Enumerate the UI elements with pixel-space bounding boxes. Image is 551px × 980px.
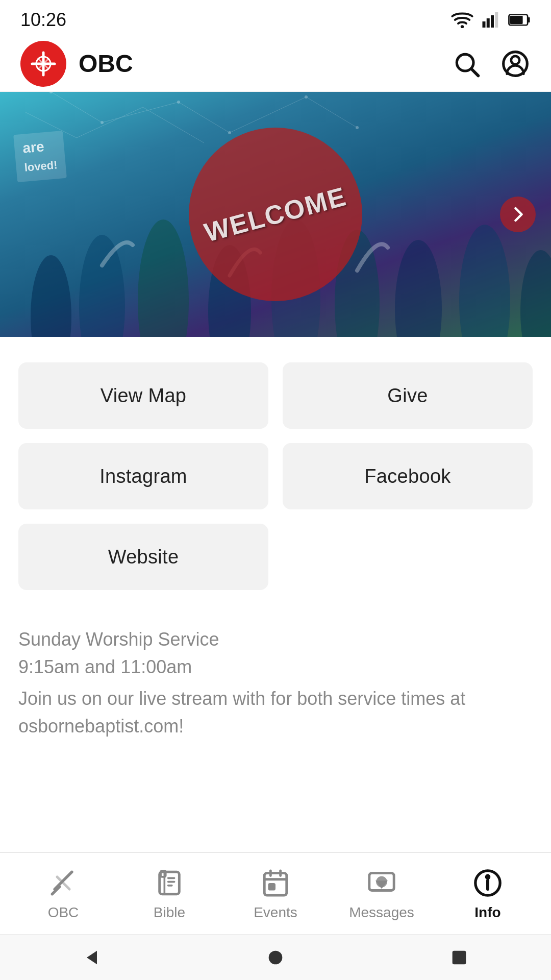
nav-label-info: Info	[474, 904, 500, 921]
service-info-line2: 9:15am and 11:00am	[18, 653, 533, 681]
website-button[interactable]: Website	[18, 524, 268, 590]
svg-point-34	[459, 225, 510, 337]
svg-line-19	[77, 107, 143, 138]
svg-rect-39	[269, 884, 274, 889]
status-time: 10:26	[20, 9, 66, 31]
svg-point-26	[356, 126, 359, 129]
svg-point-42	[378, 877, 386, 886]
app-logo[interactable]	[20, 41, 66, 87]
profile-button[interactable]	[500, 48, 531, 79]
svg-line-16	[230, 97, 306, 133]
status-bar: 10:26	[0, 0, 551, 36]
nav-label-bible: Bible	[154, 904, 185, 921]
buttons-grid-row1: View Map Give	[18, 362, 533, 429]
nav-icon-bible	[153, 867, 186, 899]
nav-icon-info	[471, 867, 504, 899]
nav-item-obc[interactable]: OBC	[25, 867, 102, 921]
svg-line-10	[472, 69, 479, 76]
signal-icon	[482, 11, 500, 29]
svg-point-25	[305, 95, 308, 99]
nav-item-messages[interactable]: Messages	[343, 867, 420, 921]
svg-point-29	[138, 219, 189, 337]
svg-marker-46	[87, 950, 97, 964]
nav-item-events[interactable]: Events	[237, 867, 314, 921]
android-nav-bar	[0, 934, 551, 980]
svg-rect-6	[528, 17, 530, 22]
svg-point-33	[395, 240, 442, 337]
svg-point-22	[101, 121, 104, 124]
facebook-button[interactable]: Facebook	[283, 443, 533, 509]
svg-point-27	[31, 255, 71, 337]
buttons-section: View Map Give Instagram Facebook Website	[0, 337, 551, 600]
hero-welcome-text: WELCOME	[201, 181, 349, 248]
svg-rect-3	[491, 15, 494, 28]
android-recents-button[interactable]	[439, 937, 480, 978]
account-icon	[501, 50, 530, 78]
service-info-line1: Sunday Worship Service	[18, 626, 533, 653]
svg-point-24	[228, 131, 231, 134]
android-home-button[interactable]	[255, 937, 296, 978]
hero-sign-1: areloved!	[13, 131, 67, 182]
svg-rect-2	[487, 18, 490, 28]
nav-label-messages: Messages	[349, 904, 414, 921]
svg-rect-1	[483, 21, 486, 28]
hero-banner: WELCOME areloved!	[0, 92, 551, 337]
service-info-line3: Join us on our live stream with for both…	[18, 685, 533, 740]
nav-icon-obc	[47, 867, 80, 899]
svg-line-20	[143, 107, 204, 143]
nav-label-obc: OBC	[48, 904, 79, 921]
app-title: OBC	[79, 50, 133, 78]
wifi-icon	[451, 12, 473, 28]
nav-item-bible[interactable]: Bible	[131, 867, 208, 921]
svg-line-13	[51, 92, 102, 122]
bottom-nav: OBC Bible Events	[0, 852, 551, 934]
give-button[interactable]: Give	[283, 362, 533, 429]
android-back-button[interactable]	[71, 937, 112, 978]
svg-point-23	[177, 101, 180, 104]
svg-point-21	[49, 92, 53, 93]
svg-point-35	[520, 250, 551, 337]
app-header: OBC	[0, 36, 551, 92]
status-icons	[451, 11, 531, 29]
svg-line-15	[179, 102, 230, 133]
header-left: OBC	[20, 41, 133, 87]
svg-rect-48	[453, 950, 466, 964]
svg-point-28	[79, 235, 125, 337]
svg-point-47	[269, 950, 283, 964]
svg-point-12	[511, 56, 519, 64]
svg-rect-38	[264, 873, 287, 895]
nav-item-info[interactable]: Info	[449, 867, 526, 921]
svg-rect-4	[495, 12, 498, 28]
info-text-section: Sunday Worship Service 9:15am and 11:00a…	[0, 600, 551, 822]
instagram-button[interactable]: Instagram	[18, 443, 268, 509]
nav-icon-events	[259, 867, 292, 899]
svg-point-0	[461, 25, 464, 28]
svg-line-17	[306, 97, 357, 128]
svg-rect-7	[510, 16, 523, 24]
nav-label-events: Events	[254, 904, 297, 921]
search-icon	[452, 50, 481, 78]
search-button[interactable]	[451, 48, 482, 79]
chevron-right-icon	[509, 205, 527, 224]
hero-next-arrow[interactable]	[500, 197, 536, 232]
buttons-grid-row3: Website	[18, 524, 533, 590]
hero-welcome-circle: WELCOME	[189, 128, 362, 301]
svg-line-14	[102, 102, 179, 122]
svg-point-45	[486, 875, 489, 878]
header-right	[451, 48, 531, 79]
battery-icon	[508, 13, 531, 27]
nav-icon-messages	[365, 867, 398, 899]
logo-icon	[28, 48, 59, 79]
buttons-grid-row2: Instagram Facebook	[18, 443, 533, 509]
svg-rect-36	[160, 872, 180, 894]
view-map-button[interactable]: View Map	[18, 362, 268, 429]
